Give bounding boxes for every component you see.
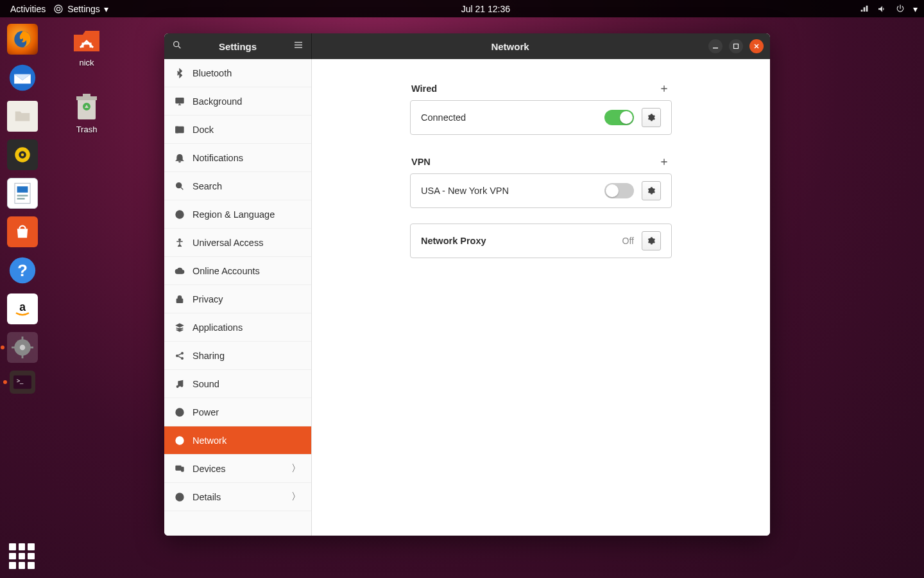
speaker-icon	[13, 146, 31, 164]
sidebar-item-bluetooth[interactable]: Bluetooth	[164, 59, 311, 87]
wired-toggle[interactable]	[604, 110, 634, 125]
gear-icon	[647, 236, 656, 245]
sidebar-item-details[interactable]: Details〉	[164, 483, 311, 511]
power-icon	[895, 4, 905, 14]
dock-help[interactable]: ?	[7, 255, 38, 286]
sidebar-item-label: Network	[193, 435, 227, 446]
plus-icon	[659, 83, 669, 94]
amazon-icon: a	[13, 299, 32, 319]
settings-window: Settings Network Bluetooth Background Do…	[164, 33, 770, 536]
dock-files[interactable]	[7, 101, 38, 132]
dock-software[interactable]	[7, 216, 38, 247]
dock-rhythmbox[interactable]	[7, 139, 38, 170]
svg-point-38	[176, 385, 178, 387]
vpn-section: VPN USA - New York VPN	[410, 150, 672, 223]
sidebar-item-universal-access[interactable]: Universal Access	[164, 229, 311, 257]
sidebar-item-search[interactable]: Search	[164, 172, 311, 200]
sidebar-item-dock[interactable]: Dock	[164, 116, 311, 144]
sidebar-item-network[interactable]: Network	[164, 426, 311, 455]
svg-point-35	[176, 355, 178, 356]
svg-point-22	[174, 42, 179, 47]
info-icon	[175, 492, 185, 502]
vpn-settings-button[interactable]	[642, 181, 661, 200]
wired-status-label: Connected	[421, 112, 597, 123]
settings-sidebar: Bluetooth Background Dock Notifications …	[164, 59, 312, 536]
dock-terminal[interactable]: >_	[10, 371, 35, 394]
terminal-icon: >_	[13, 375, 31, 389]
shopping-bag-icon	[13, 223, 31, 241]
wired-section: Wired Connected	[410, 77, 672, 150]
svg-rect-25	[295, 47, 302, 48]
desktop-home-folder[interactable]: nick	[61, 24, 112, 67]
sidebar-item-label: Notifications	[193, 153, 243, 163]
dock-settings[interactable]	[7, 332, 38, 363]
dock-thunderbird[interactable]	[7, 62, 38, 93]
sidebar-item-sound[interactable]: Sound	[164, 370, 311, 398]
search-icon	[172, 40, 182, 50]
dock-amazon[interactable]: a	[7, 293, 38, 324]
chevron-right-icon: 〉	[291, 491, 301, 503]
bell-icon	[175, 153, 185, 163]
proxy-section: Network Proxy Off	[410, 223, 672, 274]
minimize-button[interactable]	[708, 39, 723, 53]
svg-rect-26	[713, 48, 718, 49]
sidebar-item-label: Details	[193, 492, 221, 502]
vpn-heading: VPN	[411, 157, 431, 167]
hamburger-button[interactable]	[286, 40, 311, 53]
sidebar-item-applications[interactable]: Applications	[164, 313, 311, 342]
gear-icon	[647, 186, 656, 195]
svg-rect-42	[176, 466, 181, 470]
close-icon	[753, 43, 760, 49]
sidebar-item-power[interactable]: Power	[164, 398, 311, 426]
sidebar-item-background[interactable]: Background	[164, 87, 311, 116]
vpn-connection-row[interactable]: USA - New York VPN	[411, 174, 671, 207]
plus-icon	[659, 157, 669, 167]
vpn-toggle[interactable]	[604, 183, 634, 198]
globe-icon	[175, 435, 185, 446]
gear-icon	[647, 113, 656, 122]
dock: ? a >_	[0, 17, 45, 578]
svg-rect-27	[734, 44, 739, 49]
wired-connection-row[interactable]: Connected	[411, 101, 671, 134]
add-vpn-button[interactable]	[658, 155, 671, 168]
desktop-trash[interactable]: Trash	[61, 91, 112, 134]
show-applications-button[interactable]	[9, 543, 35, 569]
status-area[interactable]: ▾	[859, 4, 918, 14]
proxy-settings-button[interactable]	[642, 231, 661, 250]
svg-rect-21	[76, 96, 97, 100]
svg-rect-14	[22, 337, 24, 340]
sidebar-item-devices[interactable]: Devices〉	[164, 455, 311, 483]
wired-settings-button[interactable]	[642, 108, 661, 127]
desktop-trash-label: Trash	[61, 125, 112, 134]
sidebar-item-notifications[interactable]: Notifications	[164, 144, 311, 172]
sidebar-item-privacy[interactable]: Privacy	[164, 285, 311, 313]
thunderbird-icon	[8, 64, 37, 92]
svg-rect-7	[17, 195, 28, 196]
titlebar[interactable]: Settings Network	[164, 33, 770, 59]
music-icon	[175, 379, 185, 389]
svg-rect-15	[22, 355, 24, 358]
search-button[interactable]	[164, 40, 190, 53]
top-panel: Activities Settings ▾ Jul 21 12:36 ▾	[0, 0, 924, 17]
activities-button[interactable]: Activities	[6, 4, 49, 14]
proxy-row[interactable]: Network Proxy Off	[411, 224, 671, 258]
search-icon	[175, 181, 185, 191]
maximize-button[interactable]	[729, 39, 743, 53]
svg-rect-34	[176, 299, 182, 302]
sidebar-item-online-accounts[interactable]: Online Accounts	[164, 257, 311, 285]
maximize-icon	[733, 43, 739, 49]
svg-rect-17	[30, 347, 33, 349]
globe-icon	[175, 209, 185, 220]
cloud-icon	[175, 266, 185, 276]
add-wired-button[interactable]	[658, 82, 671, 95]
dock-icon	[175, 125, 185, 135]
sidebar-item-region[interactable]: Region & Language	[164, 200, 311, 229]
desktop-icon	[175, 96, 185, 107]
dock-writer[interactable]	[7, 178, 38, 209]
close-button[interactable]	[749, 39, 764, 53]
app-menu[interactable]: Settings ▾	[49, 4, 112, 14]
trash-icon	[71, 91, 102, 122]
clock[interactable]: Jul 21 12:36	[458, 4, 514, 14]
dock-firefox[interactable]	[7, 24, 38, 55]
sidebar-item-sharing[interactable]: Sharing	[164, 342, 311, 370]
